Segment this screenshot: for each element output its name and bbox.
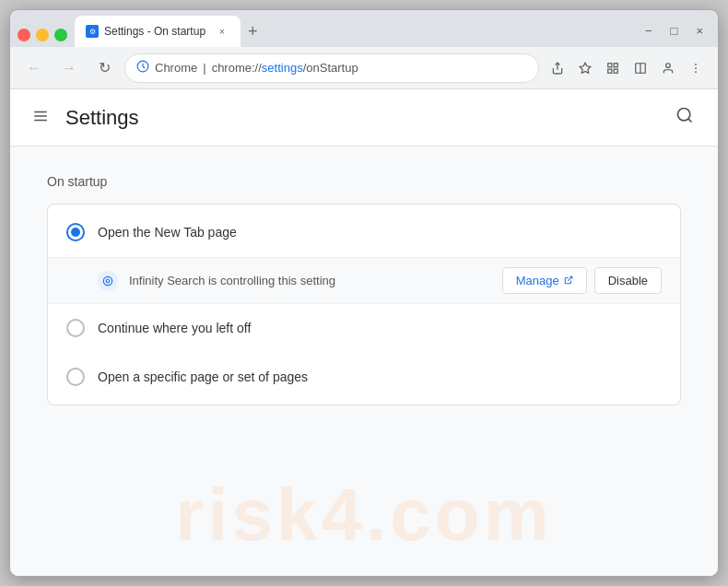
window-controls-right: − □ × xyxy=(638,20,710,41)
split-view-button[interactable] xyxy=(628,55,653,81)
title-bar: ⚙ Settings - On startup × + − □ × xyxy=(10,10,718,47)
chrome-menu-button[interactable] xyxy=(683,55,709,81)
settings-header: Settings xyxy=(10,89,718,146)
hamburger-menu-button[interactable] xyxy=(29,104,53,132)
address-url: chrome://settings/onStartup xyxy=(212,61,358,75)
extension-actions: Manage Disable xyxy=(502,267,662,294)
minimize-window-button[interactable] xyxy=(36,29,49,41)
address-bar[interactable]: Chrome | chrome://settings/onStartup xyxy=(124,53,539,83)
tab-close-button[interactable]: × xyxy=(215,24,229,39)
disable-extension-button[interactable]: Disable xyxy=(594,267,662,294)
extension-notification-text: Infinity Search is controlling this sett… xyxy=(129,274,491,287)
address-chrome-text: Chrome xyxy=(155,61,197,75)
restore-button[interactable]: □ xyxy=(663,20,686,41)
browser-window: ⚙ Settings - On startup × + − □ × ← → ↻ … xyxy=(9,9,719,577)
extension-notification-row: Infinity Search is controlling this sett… xyxy=(48,257,680,304)
address-security-icon xyxy=(136,60,149,76)
profile-button[interactable] xyxy=(655,55,681,81)
radio-new-tab-fill xyxy=(71,228,80,237)
tabs-area: ⚙ Settings - On startup × + xyxy=(75,16,638,47)
svg-point-12 xyxy=(695,71,697,73)
settings-page-title: Settings xyxy=(65,106,139,130)
svg-point-16 xyxy=(678,109,690,121)
watermark: risk4.com xyxy=(175,473,553,557)
extension-icon xyxy=(98,271,118,291)
bookmark-button[interactable] xyxy=(572,55,598,81)
option-continue-label: Continue where you left off xyxy=(98,321,662,335)
new-tab-button[interactable]: + xyxy=(241,18,265,45)
svg-point-11 xyxy=(695,67,697,69)
settings-title-area: Settings xyxy=(29,104,139,132)
window-controls xyxy=(18,29,67,41)
back-button[interactable]: ← xyxy=(19,53,49,83)
option-specific-page-label: Open a specific page or set of pages xyxy=(98,369,662,384)
radio-specific-page[interactable] xyxy=(66,368,85,386)
toolbar: ← → ↻ Chrome | chrome://settings/onStart… xyxy=(10,47,718,89)
startup-options-card: Open the New Tab page Infinity Search is… xyxy=(47,204,681,405)
svg-line-17 xyxy=(688,119,692,123)
extensions-button[interactable] xyxy=(600,55,626,81)
svg-marker-2 xyxy=(580,63,591,73)
option-new-tab-label: Open the New Tab page xyxy=(98,225,662,240)
svg-rect-5 xyxy=(608,69,612,73)
settings-search-button[interactable] xyxy=(670,100,699,135)
close-window-button[interactable] xyxy=(18,29,30,41)
svg-line-20 xyxy=(568,276,572,281)
svg-point-10 xyxy=(695,64,697,65)
svg-point-9 xyxy=(666,63,671,67)
settings-body: On startup Open the New Tab page Infinit… xyxy=(10,146,718,576)
on-startup-section-title: On startup xyxy=(47,174,681,189)
tab-title: Settings - On startup xyxy=(104,25,209,38)
maximize-window-button[interactable] xyxy=(54,29,67,41)
svg-rect-4 xyxy=(614,63,617,66)
svg-point-19 xyxy=(106,279,110,283)
svg-rect-3 xyxy=(608,63,612,66)
svg-point-18 xyxy=(103,276,112,285)
svg-rect-6 xyxy=(614,69,617,73)
radio-continue[interactable] xyxy=(66,319,85,337)
option-new-tab-row[interactable]: Open the New Tab page xyxy=(48,208,680,257)
tab-favicon-icon: ⚙ xyxy=(86,25,99,38)
refresh-button[interactable]: ↻ xyxy=(89,53,119,83)
active-tab[interactable]: ⚙ Settings - On startup × xyxy=(75,16,241,47)
manage-link-icon xyxy=(564,275,573,287)
toolbar-actions xyxy=(545,55,709,81)
minimize-button[interactable]: − xyxy=(638,20,660,41)
radio-new-tab[interactable] xyxy=(66,223,85,241)
forward-button[interactable]: → xyxy=(54,53,84,83)
manage-extension-button[interactable]: Manage xyxy=(502,267,587,294)
address-separator: | xyxy=(203,61,205,75)
page-content: Settings On startup Open the New Tab pag… xyxy=(10,89,718,576)
option-specific-page-row[interactable]: Open a specific page or set of pages xyxy=(48,353,680,401)
close-button[interactable]: × xyxy=(688,20,710,41)
share-button[interactable] xyxy=(545,55,570,81)
option-continue-row[interactable]: Continue where you left off xyxy=(48,304,680,353)
